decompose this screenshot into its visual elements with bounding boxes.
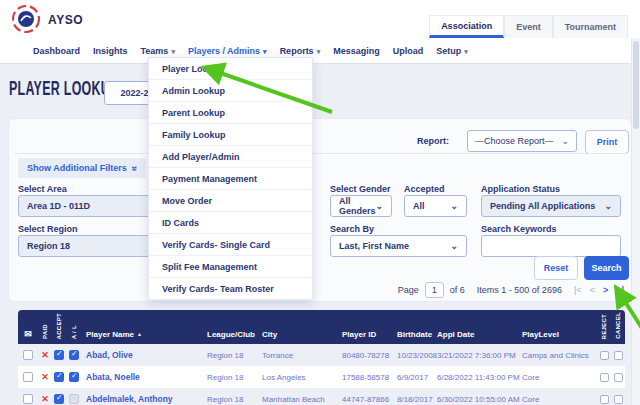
birthdate-cell: 8/18/2017 (397, 395, 437, 404)
al-checkbox[interactable] (69, 394, 79, 404)
row-select-checkbox[interactable] (23, 394, 33, 404)
main-nav: Dashboard Insights Teams Players / Admin… (0, 38, 640, 64)
tab-event[interactable]: Event (504, 15, 553, 38)
prev-page-icon[interactable]: < (590, 285, 595, 295)
table-row: Abdelmalek, Anthony Region 18 Manhattan … (18, 388, 625, 405)
accept-column-header: ACCEPT (52, 310, 66, 344)
reset-button[interactable]: Reset (534, 256, 578, 280)
app-screen: AYSO Association Event Tournament Dashbo… (0, 0, 640, 405)
page-of-label: of 6 (450, 285, 465, 295)
report-select[interactable]: —Choose Report— (467, 130, 577, 152)
menu-item-split-fee-management[interactable]: Split Fee Management (149, 256, 312, 278)
chevron-down-icon (450, 241, 458, 251)
tab-association[interactable]: Association (429, 15, 504, 38)
player-id-cell: 44747-87866 (342, 395, 397, 404)
player-name-link[interactable]: Abdelmalek, Anthony (86, 394, 173, 404)
tab-tournament[interactable]: Tournament (553, 15, 628, 38)
reject-checkbox[interactable] (600, 351, 609, 360)
player-name-column-header[interactable]: Player Name (82, 310, 207, 344)
accept-checkbox[interactable] (54, 394, 64, 404)
nav-upload[interactable]: Upload (393, 46, 424, 56)
appl-date-column-header[interactable]: Appl Date (437, 310, 522, 344)
not-paid-x-icon (41, 372, 49, 382)
player-name-link[interactable]: Abata, Noelle (86, 372, 140, 382)
playlevel-cell: Core (522, 373, 597, 382)
al-checkbox[interactable] (69, 350, 79, 360)
last-page-icon[interactable]: >| (616, 285, 624, 295)
city-column-header[interactable]: City (262, 310, 342, 344)
player-name-link[interactable]: Abad, Olive (86, 350, 133, 360)
first-page-icon[interactable]: |< (574, 285, 582, 295)
nav-insights[interactable]: Insights (93, 46, 128, 56)
pagination: Page of 6 Items 1 - 500 of 2696 |< < > >… (0, 282, 632, 298)
select-gender-dropdown[interactable]: All Genders (330, 195, 392, 217)
city-cell: Los Angeles (262, 373, 342, 382)
appl-date-cell: 3/21/2022 7:36:00 PM (437, 351, 522, 360)
menu-item-verify-cards-single[interactable]: Verify Cards- Single Card (149, 234, 312, 256)
show-additional-filters-button[interactable]: Show Additional Filters (18, 158, 146, 178)
cancel-checkbox[interactable] (614, 373, 623, 382)
chevron-down-icon (561, 136, 569, 146)
menu-item-move-order[interactable]: Move Order (149, 190, 312, 212)
search-button[interactable]: Search (584, 256, 629, 280)
chevron-down-icon (171, 46, 175, 56)
application-status-dropdown[interactable]: Pending All Applications (481, 195, 621, 217)
menu-item-verify-cards-roster[interactable]: Verify Cards- Team Roster (149, 278, 312, 299)
row-select-checkbox[interactable] (23, 350, 33, 360)
players-table: PAID ACCEPT A / L Player Name League/Clu… (18, 310, 625, 405)
league-cell: Region 18 (207, 373, 262, 382)
select-all-column-header[interactable] (18, 310, 38, 344)
scrollbar-thumb[interactable] (633, 41, 639, 129)
league-cell: Region 18 (207, 351, 262, 360)
print-button[interactable]: Print (585, 130, 629, 154)
reject-checkbox[interactable] (600, 395, 609, 404)
chevron-down-icon (376, 201, 384, 211)
table-header-row: PAID ACCEPT A / L Player Name League/Clu… (18, 310, 625, 344)
accepted-dropdown[interactable]: All (404, 195, 467, 217)
chevron-down-icon (263, 46, 267, 56)
page-scrollbar[interactable] (631, 38, 640, 405)
appl-date-cell: 6/28/2022 11:43:00 PM (437, 373, 522, 382)
next-page-icon[interactable]: > (603, 285, 608, 295)
search-keywords-input[interactable] (481, 235, 621, 257)
birthdate-cell: 6/9/2017 (397, 373, 437, 382)
league-cell: Region 18 (207, 395, 262, 404)
menu-item-add-player-admin[interactable]: Add Player/Admin (149, 146, 312, 168)
nav-dashboard[interactable]: Dashboard (33, 46, 80, 56)
playlevel-column-header[interactable]: PlayLevel (522, 310, 597, 344)
envelope-icon (24, 329, 32, 339)
player-id-cell: 17588-58578 (342, 373, 397, 382)
nav-messaging[interactable]: Messaging (333, 46, 380, 56)
menu-item-player-lookup[interactable]: Player Lookup (149, 58, 312, 80)
sort-ascending-icon (134, 330, 142, 339)
cancel-checkbox[interactable] (614, 395, 623, 404)
player-id-column-header[interactable]: Player ID (342, 310, 397, 344)
player-id-cell: 80480-78278 (342, 351, 397, 360)
nav-setup[interactable]: Setup (436, 46, 468, 56)
application-status-label: Application Status (481, 184, 560, 194)
row-select-checkbox[interactable] (23, 372, 33, 382)
league-club-column-header[interactable]: League/Club (207, 310, 262, 344)
cancel-checkbox[interactable] (614, 351, 623, 360)
al-column-header: A / L (66, 310, 82, 344)
nav-players-admins[interactable]: Players / Admins (188, 46, 267, 56)
menu-item-payment-management[interactable]: Payment Management (149, 168, 312, 190)
menu-item-id-cards[interactable]: ID Cards (149, 212, 312, 234)
reject-checkbox[interactable] (600, 373, 609, 382)
menu-item-parent-lookup[interactable]: Parent Lookup (149, 102, 312, 124)
accept-checkbox[interactable] (54, 372, 64, 382)
ayso-logo-icon (12, 5, 40, 33)
nav-teams[interactable]: Teams (141, 46, 175, 56)
birthdate-column-header[interactable]: Birthdate (397, 310, 437, 344)
page-number-input[interactable] (425, 282, 444, 298)
select-region-label: Select Region (18, 224, 78, 234)
cancel-column-header: CANCEL (611, 310, 625, 344)
chevron-down-icon (464, 46, 468, 56)
al-checkbox[interactable] (69, 372, 79, 382)
search-by-dropdown[interactable]: Last, First Name (330, 235, 467, 257)
accept-checkbox[interactable] (54, 350, 64, 360)
menu-item-family-lookup[interactable]: Family Lookup (149, 124, 312, 146)
select-area-label: Select Area (18, 184, 67, 194)
menu-item-admin-lookup[interactable]: Admin Lookup (149, 80, 312, 102)
nav-reports[interactable]: Reports (280, 46, 321, 56)
